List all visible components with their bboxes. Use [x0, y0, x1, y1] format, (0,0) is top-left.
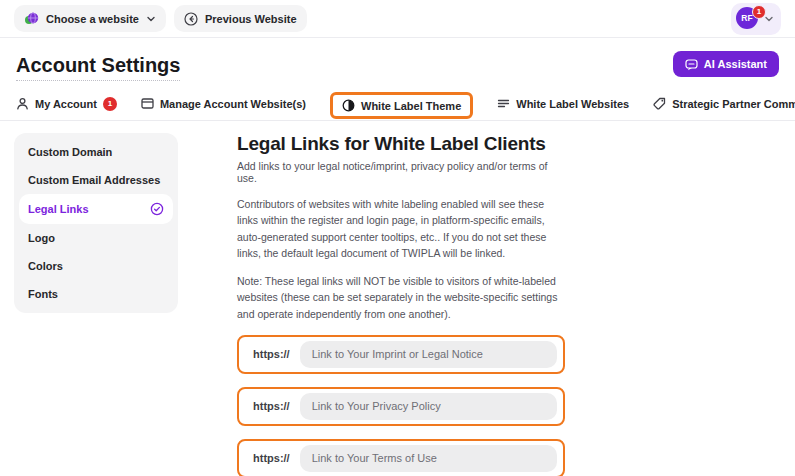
account-menu[interactable]: RF 1 [731, 3, 781, 35]
sidebar-item-legal-links[interactable]: Legal Links [19, 194, 173, 224]
chat-bubble-icon [685, 58, 698, 71]
top-bar: Choose a website Previous Website RF 1 [0, 0, 795, 38]
section-note: Note: These legal links will NOT be visi… [237, 273, 565, 322]
previous-website-button[interactable]: Previous Website [174, 5, 307, 32]
user-icon [16, 97, 29, 110]
imprint-link-input[interactable] [300, 341, 557, 368]
sidebar-item-custom-domain[interactable]: Custom Domain [19, 138, 173, 166]
page-header: Account Settings AI Assistant [0, 38, 795, 87]
sidebar-item-fonts[interactable]: Fonts [19, 280, 173, 308]
website-globe-icon [24, 11, 39, 26]
legal-links-panel: Legal Links for White Label Clients Add … [237, 133, 565, 476]
tab-my-account[interactable]: My Account 1 [16, 97, 117, 117]
tag-icon [653, 97, 666, 110]
privacy-policy-link-input[interactable] [300, 393, 557, 420]
tab-label: Manage Account Website(s) [160, 98, 306, 110]
tab-label: White Label Websites [516, 98, 629, 110]
url-prefix-label: https:// [253, 400, 290, 412]
tab-white-label-theme[interactable]: White Label Theme [330, 92, 473, 119]
privacy-policy-link-field-group: https:// [237, 387, 565, 426]
list-icon [497, 97, 510, 110]
tab-manage-account-websites[interactable]: Manage Account Website(s) [141, 97, 306, 116]
legal-settings-sidebar: Custom Domain Custom Email Addresses Leg… [14, 133, 178, 313]
settings-body: Custom Domain Custom Email Addresses Leg… [0, 121, 795, 476]
tab-white-label-websites[interactable]: White Label Websites [497, 97, 629, 116]
sidebar-item-colors[interactable]: Colors [19, 252, 173, 280]
choose-website-label: Choose a website [46, 13, 139, 25]
browser-icon [141, 97, 154, 110]
contrast-icon [342, 99, 355, 112]
terms-of-use-link-field-group: https:// [237, 439, 565, 476]
tab-label: Strategic Partner Commission [672, 98, 795, 110]
arrow-left-circle-icon [184, 12, 198, 26]
terms-of-use-link-input[interactable] [300, 445, 557, 472]
previous-website-label: Previous Website [205, 13, 297, 25]
chevron-down-icon [764, 14, 774, 24]
sidebar-item-label: Logo [28, 232, 55, 244]
notification-badge: 1 [752, 5, 766, 19]
sidebar-item-label: Custom Domain [28, 146, 112, 158]
imprint-link-field-group: https:// [237, 335, 565, 374]
tab-label: My Account [35, 98, 97, 110]
tab-label: White Label Theme [361, 100, 461, 112]
settings-tab-bar: My Account 1 Manage Account Website(s) W… [0, 87, 795, 121]
sidebar-item-logo[interactable]: Logo [19, 224, 173, 252]
section-heading: Legal Links for White Label Clients [237, 133, 565, 155]
avatar: RF 1 [736, 7, 760, 31]
ai-assistant-label: AI Assistant [704, 58, 767, 70]
ai-assistant-button[interactable]: AI Assistant [673, 51, 779, 77]
sidebar-item-label: Custom Email Addresses [28, 174, 160, 186]
sidebar-item-label: Legal Links [28, 203, 89, 215]
sidebar-item-custom-email-addresses[interactable]: Custom Email Addresses [19, 166, 173, 194]
url-prefix-label: https:// [253, 452, 290, 464]
sidebar-item-label: Colors [28, 260, 63, 272]
section-intro: Add links to your legal notice/imprint, … [237, 160, 565, 184]
check-circle-icon [150, 202, 164, 216]
section-description: Contributors of websites with white labe… [237, 196, 565, 261]
choose-website-dropdown[interactable]: Choose a website [14, 5, 166, 32]
url-prefix-label: https:// [253, 348, 290, 360]
tab-badge: 1 [103, 97, 117, 111]
tab-strategic-partner-commission[interactable]: Strategic Partner Commission [653, 97, 795, 116]
page-title: Account Settings [16, 54, 180, 81]
chevron-down-icon [146, 14, 156, 24]
sidebar-item-label: Fonts [28, 288, 58, 300]
